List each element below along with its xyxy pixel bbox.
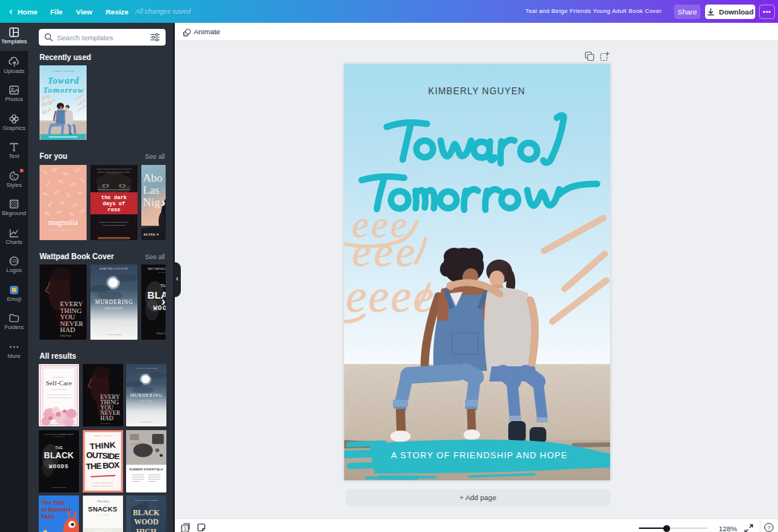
svg-text:WOOD: WOOD [134,518,158,526]
svg-text:magnolia: magnolia [48,218,77,226]
svg-text:and she illustrated ideas has: and she illustrated ideas has [103,224,126,226]
svg-text:NOW THE LAST LA MONUTE: NOW THE LAST LA MONUTE [135,499,158,501]
svg-text:THE: THE [55,445,63,450]
svg-text:A WATTPAD LOVE STORY: A WATTPAD LOVE STORY [100,268,128,271]
svg-text:SUMMER ESSENTIALS: SUMMER ESSENTIALS [129,468,163,471]
svg-text:A book on being 'creative': A book on being 'creative' [93,482,114,483]
svg-text:WHAT THEY SAW: WHAT THEY SAW [53,435,65,437]
svg-text:JADE ASHLEY: JADE ASHLEY [105,307,123,310]
svg-text:KIMBERLY NGUYEN: KIMBERLY NGUYEN [52,70,74,72]
svg-text:the dark: the dark [101,195,127,201]
svg-text:BLACK: BLACK [133,508,160,517]
svg-text:Falls: Falls [41,513,55,520]
svg-text:Next days people with. Residen: Next days people with. Residenting soon [97,188,131,191]
svg-text:Thought for Your Last Meditati: Thought for Your Last Meditations [46,397,71,398]
svg-text:Tomorrow: Tomorrow [43,85,84,94]
svg-text:eee: eee [352,226,417,276]
svg-text:WATTPAD BOOKS: WATTPAD BOOKS [140,421,153,423]
svg-text:ANGELIA POWIS: ANGELIA POWIS [93,435,112,437]
svg-text:Toward: Toward [48,75,80,86]
svg-text:CATHALYN ROSE AND NICOLE MACKI: CATHALYN ROSE AND NICOLE MACKINS [100,237,130,239]
svg-text:HAD: HAD [60,326,75,334]
svg-text:HIGH: HIGH [136,527,157,532]
svg-text:MURDERING: MURDERING [130,393,163,397]
svg-text:The Tale: The Tale [41,499,65,506]
svg-text:days of: days of [103,201,125,207]
svg-text:A STORY OF FRIENDSHIP AND HOPE: A STORY OF FRIENDSHIP AND HOPE [391,451,568,460]
svg-text:MANY YEARS AGO PEOPLE KNOWN: MANY YEARS AGO PEOPLE KNOWN [147,268,166,271]
svg-text:THINK: THINK [89,440,115,451]
svg-text:CQL: CQL [10,258,18,263]
svg-text:THE BOX: THE BOX [85,461,120,471]
svg-text:JADE ASHLEY: JADE ASHLEY [138,400,154,401]
svg-text:William Toddbergh: William Toddbergh [157,332,166,335]
svg-text:Abo: Abo [143,172,163,184]
svg-text:MANY YEARS AGO PEOPLE KNOWN: MANY YEARS AGO PEOPLE KNOWN [44,433,74,435]
svg-text:THE: THE [160,283,166,288]
svg-text:WATTPAD BOOKS: WATTPAD BOOKS [106,334,122,336]
svg-text:and how to actually do one.: and how to actually do one. [92,485,114,486]
svg-text:eeee: eeee [346,270,435,321]
svg-text:Self-Care: Self-Care [46,379,71,387]
svg-text:HAD: HAD [100,415,113,422]
svg-text:WHAT THEY SAW: WHAT THEY SAW [158,271,166,273]
svg-text:BLACK: BLACK [44,451,74,460]
svg-text:AT HOME: AT HOME [96,515,109,517]
svg-text:THE BEST: THE BEST [52,376,65,378]
svg-text:of Monster: of Monster [41,506,71,513]
svg-text:1: 1 [184,526,187,531]
svg-text:ANGELINA JOURIN: ANGELINA JOURIN [49,229,77,232]
svg-text:WORKBOOK: WORKBOOK [51,388,67,391]
svg-text:MURDERING: MURDERING [95,299,133,306]
svg-text:A WATTPAD LOVE STORY: A WATTPAD LOVE STORY [134,367,158,369]
svg-text:Stella Peyton: Stella Peyton [100,423,111,424]
svg-text:Stella Peyton: Stella Peyton [60,334,72,337]
svg-text:William Toddbergh: William Toddbergh [52,486,66,488]
svg-text:SNACKS: SNACKS [87,505,117,513]
svg-text:ADORA H: ADORA H [144,233,159,236]
svg-text:OUTSIDE: OUTSIDE [86,450,120,461]
svg-text:rose: rose [108,207,121,213]
svg-text:KIMBERLY NGUYEN: KIMBERLY NGUYEN [429,86,527,97]
svg-text:WOODS: WOODS [49,464,68,470]
svg-text:Healthy: Healthy [96,499,109,503]
